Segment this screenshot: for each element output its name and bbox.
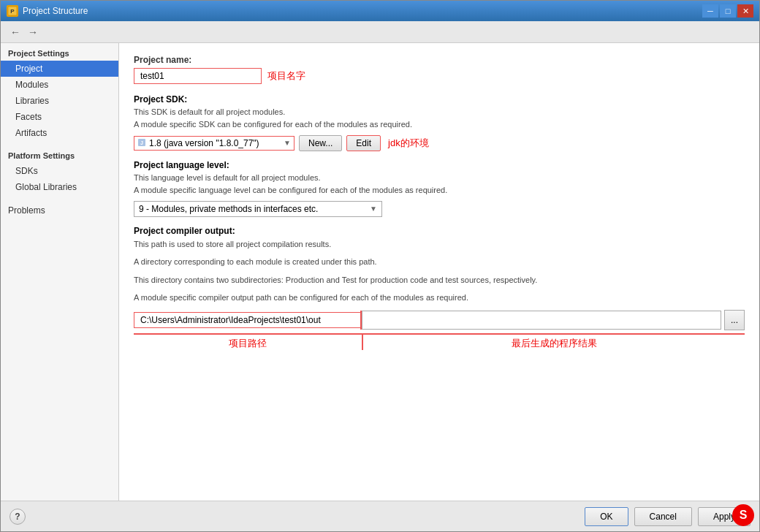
maximize-button[interactable]: □ [720,4,736,18]
main-content: Project Settings Project Modules Librari… [1,43,759,501]
window-icon: P [7,5,18,17]
bottom-bar: ? OK Cancel Apply [1,501,759,531]
dialog-buttons: OK Cancel Apply [585,507,750,526]
toolbar: ← → [1,21,759,43]
svg-text:J: J [140,140,143,145]
sdk-title: Project SDK: [134,94,745,104]
result-annotation-container: 最后生成的程序结果 [363,333,745,350]
result-annotation: 最后生成的程序结果 [512,337,597,350]
sdk-edit-button[interactable]: Edit [346,135,381,151]
project-name-input-wrapper: 项目名字 [134,68,745,84]
lang-dropdown-arrow: ▼ [370,205,377,213]
close-button[interactable]: ✕ [737,4,753,18]
platform-settings-header: Platform Settings [1,145,118,163]
sdk-new-button[interactable]: New... [299,135,342,151]
cancel-button[interactable]: Cancel [634,507,692,526]
sidebar-item-modules[interactable]: Modules [1,77,118,93]
sidebar-item-libraries[interactable]: Libraries [1,93,118,109]
sdk-version-text: 1.8 (java version "1.8.0_77") [149,138,281,148]
sdk-dropdown-arrow: ▼ [284,139,291,147]
sdk-row: J 1.8 (java version "1.8.0_77") ▼ New...… [134,135,745,151]
project-language-section: Project language level: This language le… [134,160,745,217]
compiler-title: Project compiler output: [134,226,745,236]
path-annotation-container: 项目路径 [134,333,362,350]
minimize-button[interactable]: ─ [702,4,718,18]
back-button[interactable]: ← [7,24,24,40]
project-name-annotation: 项目名字 [267,69,305,83]
compiler-desc3: This directory contains two subdirectori… [134,274,745,286]
forward-button[interactable]: → [24,24,42,40]
content-area: Project name: 项目名字 Project SDK: This SDK… [119,43,759,501]
compiler-path-input[interactable] [134,312,360,328]
compiler-desc4: A module specific compiler output path c… [134,292,745,304]
compiler-path-row: ... [134,310,745,330]
compiler-path-right-input[interactable] [362,311,721,330]
title-bar: P Project Structure ─ □ ✕ [1,1,759,21]
project-sdk-section: Project SDK: This SDK is default for all… [134,94,745,151]
sdk-select[interactable]: J 1.8 (java version "1.8.0_77") ▼ [134,136,294,151]
browse-button[interactable]: ... [724,310,745,330]
watermark: S [732,504,754,526]
compiler-section: Project compiler output: This path is us… [134,226,745,350]
help-button[interactable]: ? [10,509,26,525]
window-controls: ─ □ ✕ [702,4,753,18]
language-level-select[interactable]: 9 - Modules, private methods in interfac… [134,201,382,217]
project-name-label: Project name: [134,55,745,65]
lang-desc1: This language level is default for all p… [134,172,745,183]
window-title: Project Structure [23,6,702,16]
compiler-desc2: A directory corresponding to each module… [134,256,745,268]
sidebar-item-global-libraries[interactable]: Global Libraries [1,179,118,195]
sidebar-item-project[interactable]: Project [1,61,118,77]
sidebar-item-artifacts[interactable]: Artifacts [1,125,118,141]
sidebar: Project Settings Project Modules Librari… [1,43,119,501]
jdk-annotation: jdk的环境 [388,137,429,150]
project-name-input[interactable] [134,68,262,84]
project-structure-window: P Project Structure ─ □ ✕ ← → Project Se… [0,0,760,532]
project-settings-header: Project Settings [1,43,118,61]
lang-desc2: A module specific language level can be … [134,185,745,196]
project-name-section: Project name: 项目名字 [134,55,745,84]
path-underline [134,333,362,335]
sidebar-item-sdks[interactable]: SDKs [1,163,118,179]
result-underline [363,333,745,335]
sidebar-item-facets[interactable]: Facets [1,109,118,125]
sdk-desc2: A module specific SDK can be configured … [134,119,745,130]
language-level-text: 9 - Modules, private methods in interfac… [139,204,370,214]
compiler-desc1: This path is used to store all project c… [134,238,745,251]
svg-text:P: P [10,8,15,15]
ok-button[interactable]: OK [585,507,628,526]
path-annotation: 项目路径 [229,337,267,350]
lang-title: Project language level: [134,160,745,170]
sdk-icon: J [137,138,146,148]
annotations-row: 项目路径 最后生成的程序结果 [134,333,745,350]
sidebar-item-problems[interactable]: Problems [1,200,118,218]
sdk-desc1: This SDK is default for all project modu… [134,107,745,118]
